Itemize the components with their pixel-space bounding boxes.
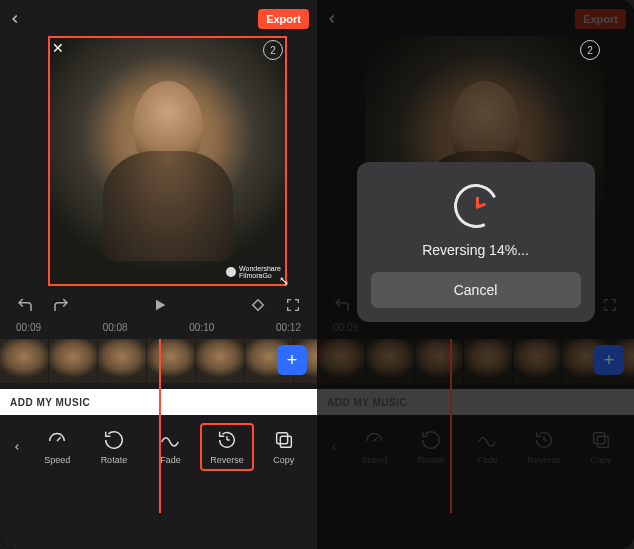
editor-screen-right: Export 2 00:09 <box>317 0 634 549</box>
tool-copy[interactable]: Copy <box>256 423 311 471</box>
keyframe-button[interactable] <box>249 296 267 314</box>
svg-line-2 <box>57 437 61 441</box>
svg-rect-6 <box>276 433 287 444</box>
transport-bar <box>0 286 317 320</box>
tool-rotate[interactable]: Rotate <box>87 423 142 471</box>
tools-back-button[interactable] <box>6 440 28 454</box>
selection-frame[interactable] <box>48 36 287 286</box>
play-button[interactable] <box>152 297 168 313</box>
progress-dialog: Reversing 14%... Cancel <box>357 162 595 322</box>
tool-label: Rotate <box>101 455 128 465</box>
clip-thumb[interactable] <box>98 339 147 383</box>
watermark-logo-icon <box>226 267 236 277</box>
clip-thumb[interactable] <box>49 339 98 383</box>
tool-fade[interactable]: Fade <box>143 423 198 471</box>
clip-thumb[interactable] <box>0 339 49 383</box>
timeline[interactable]: + <box>0 339 317 383</box>
time-mark: 00:12 <box>276 322 301 333</box>
cancel-button[interactable]: Cancel <box>371 272 581 308</box>
tool-speed[interactable]: Speed <box>30 423 85 471</box>
undo-button[interactable] <box>16 296 34 314</box>
history-badge[interactable]: 2 <box>263 40 283 60</box>
svg-marker-0 <box>156 300 165 311</box>
editor-screen-left: Export ✕ 2 Wondershare FilmoraGo ⤡ <box>0 0 317 549</box>
progress-message: Reversing 14%... <box>422 242 529 258</box>
fullscreen-button[interactable] <box>285 297 301 313</box>
clip-thumb[interactable] <box>196 339 245 383</box>
tool-label: Reverse <box>210 455 244 465</box>
redo-button[interactable] <box>52 296 70 314</box>
history-badge: 2 <box>580 40 600 60</box>
watermark-line1: Wondershare <box>239 265 281 273</box>
resize-handle-icon[interactable]: ⤡ <box>279 274 289 288</box>
svg-rect-5 <box>280 436 291 447</box>
time-mark: 00:08 <box>103 322 128 333</box>
tool-label: Fade <box>160 455 181 465</box>
top-bar: Export <box>0 0 317 34</box>
export-button[interactable]: Export <box>258 9 309 29</box>
video-preview[interactable]: ✕ 2 Wondershare FilmoraGo ⤡ <box>48 36 287 286</box>
add-clip-button[interactable]: + <box>277 345 307 375</box>
tool-label: Speed <box>44 455 70 465</box>
add-music-label: ADD MY MUSIC <box>10 397 90 408</box>
clip-thumb[interactable] <box>147 339 196 383</box>
plus-icon: + <box>287 350 298 371</box>
time-ruler: 00:09 00:08 00:10 00:12 <box>0 320 317 339</box>
tool-label: Copy <box>273 455 294 465</box>
svg-rect-1 <box>253 300 264 311</box>
watermark: Wondershare FilmoraGo <box>226 265 281 280</box>
time-mark: 00:09 <box>16 322 41 333</box>
watermark-line2: FilmoraGo <box>239 272 281 280</box>
time-mark: 00:10 <box>189 322 214 333</box>
tool-reverse[interactable]: Reverse <box>200 423 255 471</box>
reversing-clock-icon <box>454 184 498 228</box>
playhead[interactable] <box>159 339 161 513</box>
back-button[interactable] <box>8 12 38 26</box>
close-icon[interactable]: ✕ <box>52 40 64 56</box>
